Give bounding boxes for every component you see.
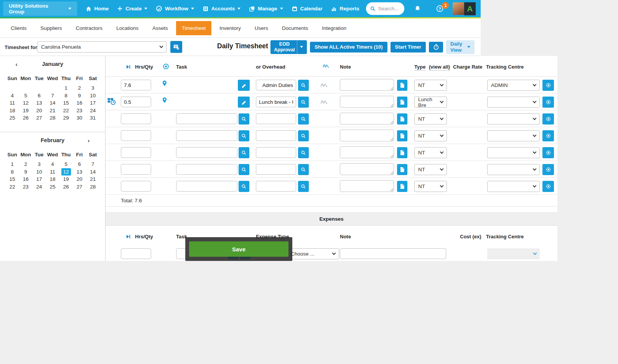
bullseye-icon[interactable]	[163, 63, 169, 70]
calendar-day[interactable]: 14	[86, 168, 100, 176]
calendar-day[interactable]: 24	[86, 107, 100, 115]
tracking-centre-select[interactable]	[487, 97, 540, 108]
task-input[interactable]	[176, 164, 237, 175]
app-logo[interactable]: A	[464, 2, 476, 15]
calendar-day[interactable]: 12	[19, 99, 33, 107]
notifications-bell-button[interactable]	[414, 5, 421, 12]
view-mode-button[interactable]: Daily View	[446, 40, 475, 54]
calendar-day[interactable]: 27	[33, 114, 46, 122]
attach-document-button[interactable]	[397, 130, 407, 141]
calendar-day[interactable]: 21	[86, 175, 100, 183]
tracking-centre-select[interactable]	[487, 113, 540, 125]
search-box[interactable]	[366, 2, 404, 15]
attach-document-button[interactable]	[397, 113, 407, 125]
type-select[interactable]: NT	[414, 130, 447, 141]
note-textarea[interactable]	[340, 96, 394, 108]
calendar-day[interactable]: 22	[6, 183, 19, 191]
calendar-day[interactable]: 10	[33, 168, 46, 176]
tab-locations[interactable]: Locations	[110, 21, 144, 35]
calendar-day[interactable]: 11	[6, 99, 19, 107]
calendar-day[interactable]: 1	[59, 84, 73, 92]
eod-approval-button[interactable]: EOD Approval	[270, 40, 307, 54]
hours-input[interactable]	[121, 164, 151, 175]
calendar-day[interactable]: 18	[46, 175, 59, 183]
expense-hours-input[interactable]	[121, 248, 151, 259]
calendar-day[interactable]: 28	[46, 114, 59, 122]
active-timer-icon[interactable]	[107, 98, 116, 107]
attach-document-button[interactable]	[397, 164, 407, 175]
calendar-day[interactable]: 17	[33, 175, 46, 183]
type-select[interactable]: Lunch Bre	[414, 97, 447, 108]
calendar-day[interactable]: 3	[33, 161, 46, 168]
calendar-day[interactable]: 16	[73, 99, 86, 107]
calendar-day[interactable]: 25	[6, 114, 19, 122]
calendar-next-button[interactable]: ›	[86, 137, 91, 144]
calendar-day[interactable]: 20	[73, 175, 86, 183]
calendar-day[interactable]: 7	[46, 92, 59, 100]
calendar-day[interactable]: 29	[59, 114, 73, 122]
note-textarea[interactable]	[340, 146, 394, 158]
note-textarea[interactable]	[340, 113, 394, 125]
user-avatar[interactable]	[453, 2, 464, 15]
overhead-search-button[interactable]	[298, 164, 309, 175]
help-button[interactable]: ? 1	[436, 5, 443, 12]
row-settings-button[interactable]	[542, 80, 554, 91]
overhead-input[interactable]	[256, 181, 296, 192]
calendar-day[interactable]: 5	[59, 161, 73, 168]
save-button[interactable]: Save	[189, 241, 288, 257]
calendar-day[interactable]: 14	[46, 99, 59, 107]
type-select[interactable]: NT	[414, 147, 447, 158]
tab-inventory[interactable]: Inventory	[214, 21, 247, 35]
expense-note-input[interactable]	[340, 248, 446, 259]
attach-document-button[interactable]	[397, 80, 407, 91]
tab-contractors[interactable]: Contractors	[70, 21, 109, 35]
calendar-day[interactable]: 21	[46, 107, 59, 115]
note-textarea[interactable]	[340, 163, 394, 175]
calendar-day[interactable]: 27	[73, 183, 86, 191]
hours-input[interactable]	[121, 113, 151, 124]
task-input[interactable]	[176, 181, 237, 192]
view-all-link[interactable]: (view all)	[429, 64, 450, 71]
calendar-day[interactable]: 6	[33, 92, 46, 100]
row-settings-button[interactable]	[542, 113, 554, 125]
calendar-day[interactable]: 10	[86, 92, 100, 100]
attach-document-button[interactable]	[397, 97, 407, 108]
calendar-day[interactable]: 31	[86, 114, 100, 122]
user-select[interactable]: Carolina Penuela	[37, 41, 166, 52]
edit-task-button[interactable]	[238, 80, 250, 91]
calendar-day[interactable]: 4	[46, 161, 59, 168]
overhead-search-button[interactable]	[298, 181, 309, 192]
calendar-day[interactable]: 2	[19, 161, 33, 168]
timesheet-settings-button[interactable]	[170, 41, 182, 53]
calendar-day[interactable]: 7	[86, 161, 100, 168]
calendar-day[interactable]: 28	[86, 183, 100, 191]
calendar-day[interactable]: 26	[19, 114, 33, 122]
calendar-day[interactable]: 13	[33, 99, 46, 107]
row-settings-button[interactable]	[542, 147, 554, 158]
calendar-day[interactable]: 19	[59, 175, 73, 183]
overhead-search-button[interactable]	[298, 80, 309, 91]
task-search-button[interactable]	[239, 130, 249, 141]
type-select[interactable]: NT	[414, 113, 447, 125]
hours-input[interactable]	[121, 130, 151, 141]
overhead-input[interactable]	[256, 147, 296, 158]
calendar-day[interactable]: 8	[59, 92, 73, 100]
task-search-button[interactable]	[239, 164, 249, 175]
overhead-search-button[interactable]	[298, 113, 309, 125]
row-settings-button[interactable]	[542, 164, 554, 175]
task-search-button[interactable]	[239, 113, 249, 125]
tracking-centre-select[interactable]: ADMIN	[487, 80, 540, 91]
calendar-day[interactable]: 15	[59, 99, 73, 107]
tracking-centre-select[interactable]	[487, 164, 540, 175]
calendar-day[interactable]: 15	[6, 175, 19, 183]
topnav-manage[interactable]: Manage	[249, 6, 283, 12]
calendar-day[interactable]: 17	[86, 99, 100, 107]
tab-clients[interactable]: Clients	[5, 21, 32, 35]
calendar-day[interactable]: 9	[19, 168, 33, 176]
hours-input[interactable]	[121, 147, 151, 158]
calendar-day[interactable]: 12	[61, 168, 71, 176]
overhead-input[interactable]	[256, 97, 296, 107]
tracking-centre-select[interactable]	[487, 181, 540, 192]
type-select[interactable]: NT	[414, 181, 447, 192]
type-select[interactable]: NT	[414, 80, 447, 91]
